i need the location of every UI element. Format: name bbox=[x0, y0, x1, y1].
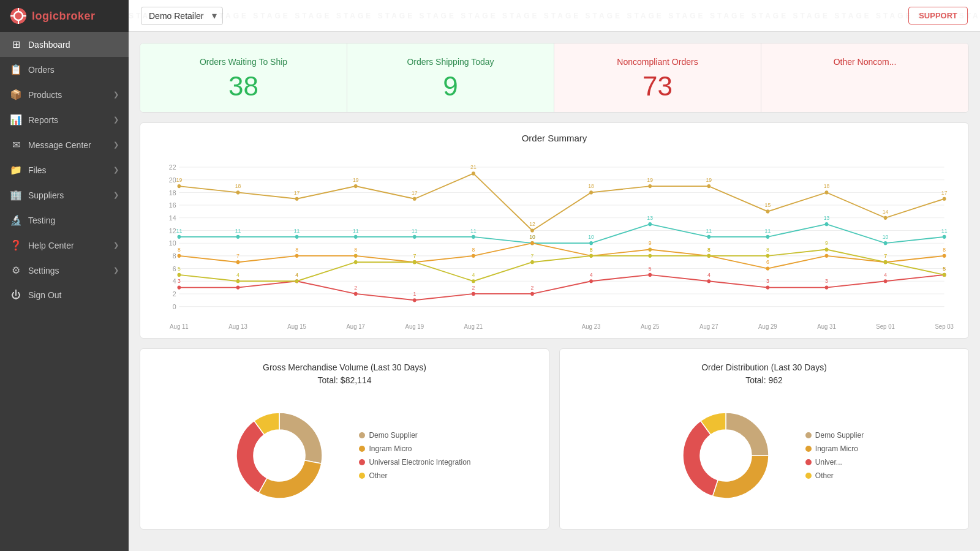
sidebar-item-message-center[interactable]: ✉ Message Center ❯ bbox=[0, 132, 129, 157]
message-center-icon: ✉ bbox=[10, 139, 22, 151]
svg-text:11: 11 bbox=[176, 227, 183, 233]
svg-point-95 bbox=[884, 241, 888, 245]
svg-point-103 bbox=[295, 254, 299, 258]
sidebar-item-settings[interactable]: ⚙ Settings ❯ bbox=[0, 258, 129, 283]
svg-point-63 bbox=[766, 209, 770, 213]
svg-point-45 bbox=[236, 190, 240, 194]
sidebar-item-reports[interactable]: 📊 Reports ❯ bbox=[0, 107, 129, 132]
svg-point-57 bbox=[589, 190, 593, 194]
chevron-icon: ❯ bbox=[113, 166, 119, 174]
svg-point-89 bbox=[707, 235, 710, 239]
order-summary-title: Order Summary bbox=[153, 133, 956, 143]
summary-card-other-noncom[interactable]: Other Noncom... bbox=[761, 43, 968, 112]
sign-out-label: Sign Out bbox=[28, 290, 61, 300]
legend-label: Universal Electronic Integration bbox=[369, 458, 470, 467]
svg-point-141 bbox=[589, 279, 593, 283]
svg-point-101 bbox=[236, 260, 240, 264]
summary-card-shipping-today[interactable]: Orders Shipping Today 9 bbox=[347, 43, 554, 112]
svg-text:Sep 01: Sep 01 bbox=[876, 323, 895, 330]
svg-text:9: 9 bbox=[825, 240, 828, 246]
svg-text:14: 14 bbox=[883, 208, 889, 214]
sidebar: logicbroker ⊞ Dashboard 📋 Orders 📦 Produ… bbox=[0, 0, 129, 551]
sidebar-item-testing[interactable]: 🔬 Testing bbox=[0, 208, 129, 233]
svg-text:4: 4 bbox=[472, 272, 475, 278]
svg-text:21: 21 bbox=[470, 164, 477, 170]
legend-label: Ingram Micro bbox=[815, 444, 858, 453]
settings-label: Settings bbox=[28, 266, 59, 276]
svg-point-167 bbox=[530, 260, 534, 264]
sidebar-item-orders[interactable]: 📋 Orders bbox=[0, 57, 129, 82]
products-label: Products bbox=[28, 90, 62, 100]
summary-cards: Orders Waiting To Ship 38 Orders Shippin… bbox=[140, 43, 969, 113]
legend-label: Ingram Micro bbox=[369, 444, 412, 453]
svg-point-161 bbox=[354, 260, 358, 264]
svg-text:Aug 23: Aug 23 bbox=[582, 323, 601, 330]
svg-point-177 bbox=[825, 247, 829, 251]
svg-text:10: 10 bbox=[883, 234, 889, 240]
svg-text:11: 11 bbox=[412, 227, 418, 233]
svg-point-159 bbox=[295, 279, 299, 283]
sidebar-item-help-center[interactable]: ❓ Help Center ❯ bbox=[0, 233, 129, 258]
suppliers-label: Suppliers bbox=[28, 190, 64, 200]
files-icon: 📁 bbox=[10, 164, 22, 176]
svg-point-67 bbox=[884, 216, 888, 220]
svg-text:7: 7 bbox=[884, 253, 887, 259]
legend-dot bbox=[359, 446, 365, 452]
svg-text:19: 19 bbox=[176, 177, 183, 183]
sidebar-item-files[interactable]: 📁 Files ❯ bbox=[0, 157, 129, 182]
svg-text:Aug 17: Aug 17 bbox=[346, 323, 365, 330]
svg-text:8: 8 bbox=[590, 246, 593, 252]
summary-card-noncompliant[interactable]: Noncompliant Orders 73 bbox=[554, 43, 761, 112]
order-dist-title: Order Distribution (Last 30 Days) Total:… bbox=[572, 361, 956, 387]
svg-text:4: 4 bbox=[707, 272, 710, 278]
svg-text:16: 16 bbox=[169, 201, 176, 209]
order-summary-chart: 0246810121416182022Aug 11Aug 13Aug 15Aug… bbox=[153, 148, 956, 332]
support-button[interactable]: SUPPORT bbox=[908, 7, 968, 24]
svg-text:4: 4 bbox=[236, 272, 239, 278]
svg-text:11: 11 bbox=[294, 227, 300, 233]
svg-text:19: 19 bbox=[647, 177, 653, 183]
gmv-chart-section: Gross Merchandise Volume (Last 30 Days) … bbox=[140, 348, 549, 530]
svg-point-129 bbox=[236, 285, 240, 289]
chevron-icon: ❯ bbox=[113, 191, 119, 199]
svg-text:12: 12 bbox=[169, 227, 176, 234]
legend-dot bbox=[805, 473, 812, 479]
svg-point-75 bbox=[295, 235, 299, 239]
sidebar-item-dashboard[interactable]: ⊞ Dashboard bbox=[0, 32, 129, 57]
svg-text:10: 10 bbox=[588, 234, 594, 240]
order-dist-donut-svg bbox=[665, 394, 787, 517]
svg-text:17: 17 bbox=[412, 189, 418, 195]
sidebar-item-suppliers[interactable]: 🏢 Suppliers ❯ bbox=[0, 182, 129, 208]
svg-text:4: 4 bbox=[590, 272, 593, 278]
nav-items: ⊞ Dashboard 📋 Orders 📦 Products ❯ 📊 Repo… bbox=[0, 32, 129, 307]
svg-text:8: 8 bbox=[649, 246, 652, 252]
retailer-selector[interactable]: Demo Retailer bbox=[141, 7, 223, 25]
svg-text:Aug 21: Aug 21 bbox=[464, 323, 483, 330]
svg-point-93 bbox=[825, 222, 829, 226]
sidebar-item-sign-out[interactable]: ⏻ Sign Out bbox=[0, 283, 129, 307]
card-title-other-noncom: Other Noncom... bbox=[774, 57, 956, 67]
order-dist-legend: Demo Supplier Ingram Micro Univer... Oth… bbox=[805, 431, 864, 480]
svg-text:2: 2 bbox=[531, 284, 534, 290]
svg-point-79 bbox=[413, 235, 417, 239]
svg-point-125 bbox=[943, 254, 946, 258]
legend-item: Demo Supplier bbox=[359, 431, 470, 440]
svg-text:Aug 15: Aug 15 bbox=[287, 323, 306, 330]
svg-point-55 bbox=[530, 228, 534, 232]
sidebar-item-products[interactable]: 📦 Products ❯ bbox=[0, 82, 129, 107]
legend-label: Univer... bbox=[815, 458, 842, 467]
svg-text:Sep 03: Sep 03 bbox=[935, 323, 954, 330]
svg-text:9: 9 bbox=[649, 240, 652, 246]
svg-point-61 bbox=[707, 184, 710, 188]
legend-dot bbox=[805, 432, 812, 438]
retailer-dropdown[interactable]: Demo Retailer bbox=[141, 7, 223, 25]
summary-card-waiting-to-ship[interactable]: Orders Waiting To Ship 38 bbox=[140, 43, 347, 112]
legend-dot bbox=[805, 446, 812, 452]
legend-dot bbox=[359, 473, 365, 479]
svg-point-109 bbox=[472, 254, 475, 258]
reports-icon: 📊 bbox=[10, 114, 22, 126]
card-title-shipping-today: Orders Shipping Today bbox=[360, 57, 541, 67]
svg-point-73 bbox=[236, 235, 240, 239]
svg-text:7: 7 bbox=[531, 253, 534, 259]
svg-text:8: 8 bbox=[472, 246, 475, 252]
